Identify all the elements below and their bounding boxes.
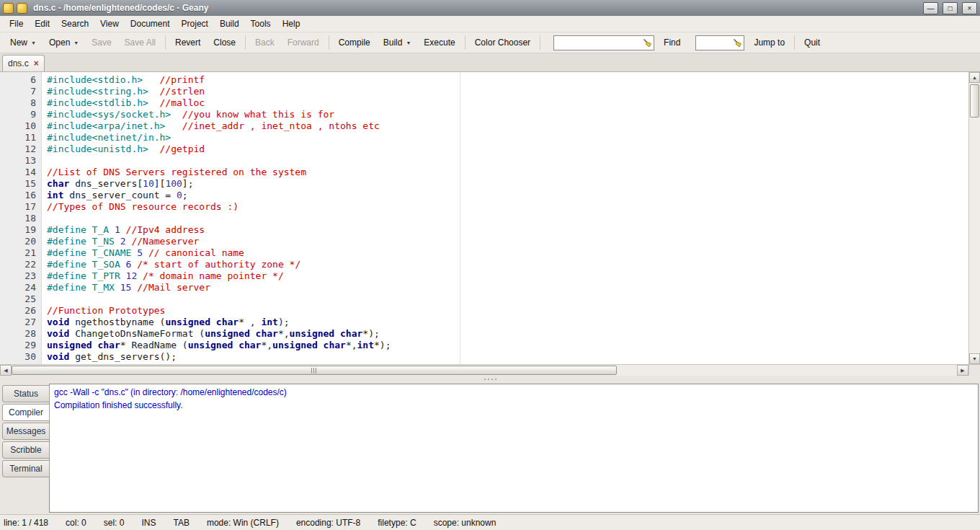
- horizontal-scrollbar[interactable]: ◀ ▶: [0, 364, 980, 376]
- code-text: //Function Prototypes: [42, 305, 165, 317]
- tab-close-icon[interactable]: ×: [34, 59, 39, 68]
- dropdown-arrow-icon[interactable]: ▼: [74, 40, 79, 45]
- code-line[interactable]: 12#include<unistd.h> //getpid: [0, 143, 968, 155]
- close-button[interactable]: ×: [962, 2, 977, 14]
- code-line[interactable]: 6#include<stdio.h> //printf: [0, 74, 968, 86]
- toolbar-button-label: Close: [213, 37, 236, 48]
- msgwin-tab-terminal[interactable]: Terminal: [2, 460, 50, 477]
- code-line[interactable]: 16int dns_server_count = 0;: [0, 190, 968, 201]
- toolbar-jump-to-button[interactable]: Jump to: [747, 34, 791, 51]
- window-menu-icon[interactable]: [3, 3, 14, 14]
- code-line[interactable]: 15char dns_servers[10][100];: [0, 178, 968, 190]
- scroll-down-icon[interactable]: ▼: [969, 353, 980, 364]
- code-view[interactable]: 6#include<stdio.h> //printf7#include<str…: [0, 72, 968, 364]
- code-line[interactable]: 28void ChangetoDnsNameFormat (unsigned c…: [0, 328, 968, 340]
- toolbar-open-button[interactable]: Open▼: [43, 34, 85, 51]
- code-area[interactable]: 6#include<stdio.h> //printf7#include<str…: [0, 72, 968, 364]
- toolbar-execute-button[interactable]: Execute: [417, 34, 461, 51]
- code-line[interactable]: 29unsigned char* ReadName (unsigned char…: [0, 340, 968, 351]
- search-entry[interactable]: [553, 35, 654, 50]
- maximize-button[interactable]: □: [943, 2, 958, 14]
- code-text: #include<stdio.h> //printf: [42, 74, 205, 86]
- jumpto-entry-input[interactable]: [699, 37, 733, 48]
- menu-view[interactable]: View: [94, 16, 125, 32]
- code-line[interactable]: 17//Types of DNS resource records :): [0, 201, 968, 213]
- menu-search[interactable]: Search: [55, 16, 94, 32]
- toolbar-compile-button[interactable]: Compile: [332, 34, 377, 51]
- line-number: 7: [0, 86, 42, 97]
- document-tab[interactable]: dns.c ×: [2, 55, 45, 71]
- code-text: #include<arpa/inet.h> //inet_addr , inet…: [42, 120, 380, 132]
- toolbar-revert-button[interactable]: Revert: [169, 34, 207, 51]
- toolbar-new-button[interactable]: New▼: [4, 34, 43, 51]
- scroll-left-icon[interactable]: ◀: [0, 365, 12, 376]
- vertical-scrollbar-thumb[interactable]: [970, 84, 979, 118]
- line-number: 19: [0, 224, 42, 236]
- code-line[interactable]: 11#include<netinet/in.h>: [0, 132, 968, 143]
- tabbar: dns.c ×: [0, 53, 980, 72]
- code-text: [42, 213, 47, 224]
- code-line[interactable]: 20#define T_NS 2 //Nameserver: [0, 236, 968, 247]
- code-line[interactable]: 13: [0, 155, 968, 167]
- compiler-output[interactable]: gcc -Wall -c "dns.c" (in directory: /hom…: [49, 384, 979, 513]
- menu-build[interactable]: Build: [214, 16, 245, 32]
- code-line[interactable]: 7#include<string.h> //strlen: [0, 86, 968, 97]
- menu-tools[interactable]: Tools: [245, 16, 277, 32]
- pane-splitter[interactable]: [0, 376, 980, 382]
- scroll-right-icon[interactable]: ▶: [957, 365, 968, 376]
- code-line[interactable]: 9#include<sys/socket.h> //you know what …: [0, 109, 968, 120]
- toolbar-quit-button[interactable]: Quit: [798, 34, 827, 51]
- code-line[interactable]: 24#define T_MX 15 //Mail server: [0, 282, 968, 293]
- horizontal-scrollbar-track[interactable]: [12, 365, 957, 376]
- toolbar-close-button[interactable]: Close: [207, 34, 242, 51]
- msgwin-tab-messages[interactable]: Messages: [2, 423, 50, 440]
- code-line[interactable]: 25: [0, 293, 968, 305]
- code-line[interactable]: 22#define T_SOA 6 /* start of authority …: [0, 259, 968, 270]
- jumpto-entry[interactable]: [695, 35, 744, 50]
- line-number: 23: [0, 270, 42, 282]
- toolbar-build-button[interactable]: Build▼: [377, 34, 418, 51]
- toolbar-forward-button: Forward: [281, 34, 326, 51]
- code-text: char dns_servers[10][100];: [42, 178, 194, 190]
- toolbar-button-label: Jump to: [754, 37, 785, 48]
- code-line[interactable]: 10#include<arpa/inet.h> //inet_addr , in…: [0, 120, 968, 132]
- dropdown-arrow-icon[interactable]: ▼: [406, 40, 411, 45]
- search-entry-input[interactable]: [557, 37, 643, 48]
- menubar: FileEditSearchViewDocumentProjectBuildTo…: [0, 16, 980, 32]
- code-line[interactable]: 19#define T_A 1 //Ipv4 address: [0, 224, 968, 236]
- vertical-scrollbar[interactable]: ▲ ▼: [968, 72, 980, 364]
- code-line[interactable]: 21#define T_CNAME 5 // canonical name: [0, 247, 968, 259]
- clear-icon[interactable]: [643, 38, 652, 48]
- menu-edit[interactable]: Edit: [29, 16, 55, 32]
- menu-file[interactable]: File: [4, 16, 29, 32]
- code-line[interactable]: 30void get_dns_servers();: [0, 351, 968, 363]
- statusbar: line: 1 / 418col: 0sel: 0INSTABmode: Win…: [0, 514, 980, 530]
- line-number: 18: [0, 213, 42, 224]
- menu-document[interactable]: Document: [125, 16, 176, 32]
- msgwin-tab-status[interactable]: Status: [2, 385, 50, 402]
- toolbar-color-chooser-button[interactable]: Color Chooser: [468, 34, 537, 51]
- statusbar-item: filetype: C: [378, 518, 416, 528]
- menu-project[interactable]: Project: [176, 16, 214, 32]
- code-line[interactable]: 23#define T_PTR 12 /* domain name pointe…: [0, 270, 968, 282]
- minimize-button[interactable]: —: [923, 2, 938, 14]
- vertical-scrollbar-track[interactable]: [969, 83, 980, 353]
- menu-help[interactable]: Help: [277, 16, 306, 32]
- code-text: #define T_PTR 12 /* domain name pointer …: [42, 270, 284, 282]
- code-line[interactable]: 14//List of DNS Servers registered on th…: [0, 167, 968, 178]
- code-line[interactable]: 27void ngethostbyname (unsigned char* , …: [0, 317, 968, 328]
- toolbar-find-button[interactable]: Find: [657, 34, 687, 51]
- msgwin-tab-scribble[interactable]: Scribble: [2, 441, 50, 459]
- code-line[interactable]: 26//Function Prototypes: [0, 305, 968, 317]
- code-line[interactable]: 8#include<stdlib.h> //malloc: [0, 97, 968, 109]
- code-line[interactable]: 18: [0, 213, 968, 224]
- horizontal-scrollbar-thumb[interactable]: [12, 366, 617, 375]
- message-window: StatusCompilerMessagesScribbleTerminal g…: [0, 382, 980, 514]
- code-text: #define T_A 1 //Ipv4 address: [42, 224, 205, 236]
- dropdown-arrow-icon[interactable]: ▼: [31, 40, 36, 45]
- line-number: 25: [0, 293, 42, 305]
- scroll-up-icon[interactable]: ▲: [969, 72, 980, 83]
- msgwin-tab-compiler[interactable]: Compiler: [2, 404, 50, 421]
- line-number: 29: [0, 340, 42, 351]
- clear-icon[interactable]: [733, 38, 742, 48]
